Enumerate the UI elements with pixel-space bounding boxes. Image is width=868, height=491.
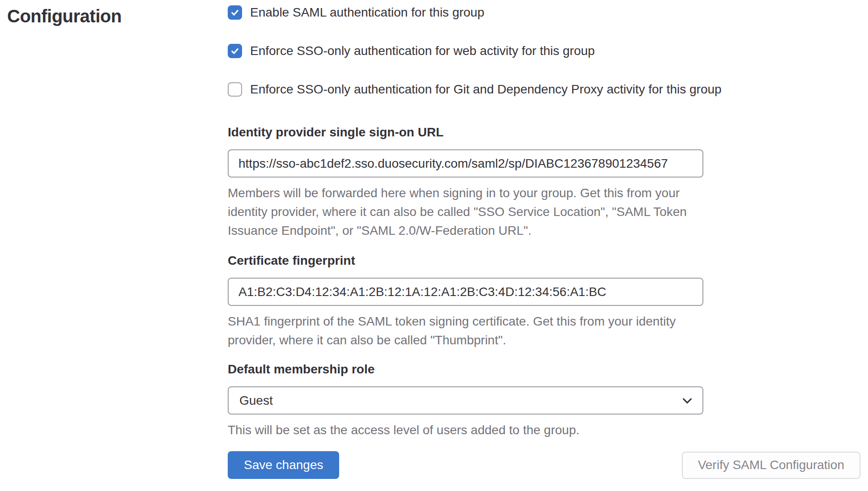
default-membership-role-select-wrap: Guest xyxy=(228,386,703,415)
sso-url-input[interactable] xyxy=(228,149,703,178)
certificate-fingerprint-label: Certificate fingerprint xyxy=(228,254,860,268)
page-title: Configuration xyxy=(7,6,228,26)
default-membership-role-help-text: This will be set as the access level of … xyxy=(228,421,695,440)
enforce-sso-web-checkbox-label[interactable]: Enforce SSO-only authentication for web … xyxy=(250,44,595,58)
enable-saml-checkbox-label[interactable]: Enable SAML authentication for this grou… xyxy=(250,5,485,20)
default-membership-role-label: Default membership role xyxy=(228,362,860,377)
enable-saml-checkbox-row[interactable]: Enable SAML authentication for this grou… xyxy=(228,5,860,20)
section-heading-column: Configuration xyxy=(0,0,228,479)
checkmark-icon xyxy=(230,47,239,55)
enforce-sso-web-checkbox-row[interactable]: Enforce SSO-only authentication for web … xyxy=(228,44,860,58)
enforce-sso-web-checkbox[interactable] xyxy=(228,44,242,58)
default-membership-role-select[interactable]: Guest xyxy=(228,386,703,415)
enforce-sso-git-checkbox-label[interactable]: Enforce SSO-only authentication for Git … xyxy=(250,82,722,97)
certificate-fingerprint-input[interactable] xyxy=(228,278,703,306)
save-changes-button[interactable]: Save changes xyxy=(228,451,339,479)
enforce-sso-git-checkbox-row[interactable]: Enforce SSO-only authentication for Git … xyxy=(228,82,860,97)
checkmark-icon xyxy=(230,8,239,17)
enable-saml-checkbox[interactable] xyxy=(228,5,242,20)
verify-saml-configuration-button[interactable]: Verify SAML Configuration xyxy=(682,452,860,479)
saml-settings-form: Enable SAML authentication for this grou… xyxy=(228,0,868,479)
enforce-sso-git-checkbox[interactable] xyxy=(228,82,242,97)
saml-configuration-section: Configuration Enable SAML authentication… xyxy=(0,0,868,479)
sso-url-help-text: Members will be forwarded here when sign… xyxy=(228,184,695,240)
form-actions-row: Save changes Verify SAML Configuration xyxy=(228,451,860,479)
certificate-fingerprint-help-text: SHA1 fingerprint of the SAML token signi… xyxy=(228,312,695,350)
sso-url-label: Identity provider single sign-on URL xyxy=(228,125,860,140)
